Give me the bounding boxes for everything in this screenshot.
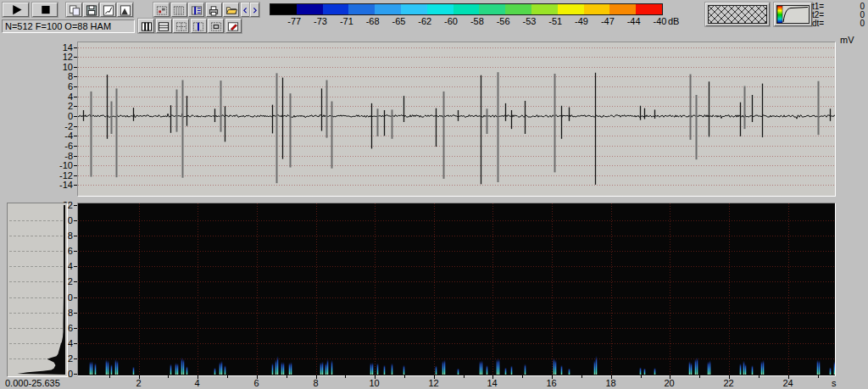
time-axis-tick-label: 22	[723, 378, 733, 388]
save-icon[interactable]	[83, 3, 99, 17]
prev-arrow-icon[interactable]	[241, 3, 250, 17]
time-axis-tick	[699, 375, 700, 378]
waveform-y-tick-label: -14	[59, 180, 73, 190]
zoom-region-icon	[209, 20, 223, 32]
waveform-y-tick-label: -6	[64, 141, 73, 151]
cursor-readout-label: dt=	[812, 19, 824, 28]
waveform-unit-label: mV	[840, 35, 854, 45]
waveform-y-tick-label: 4	[68, 92, 73, 102]
time-axis-tick-label: 10	[369, 378, 379, 388]
curve-window-icon[interactable]	[100, 3, 116, 17]
next-arrow-icon[interactable]	[250, 3, 259, 17]
prev-arrow-icon	[242, 4, 249, 16]
colorbar-segment	[558, 4, 584, 14]
time-axis-tick	[227, 375, 228, 378]
edit-icon	[226, 20, 240, 32]
time-axis-tick	[818, 375, 819, 378]
waveform-y-tick-label: 0	[68, 111, 73, 121]
waveform-y-tick-label: -8	[64, 151, 73, 161]
colorbar-tick-label: -68	[366, 16, 380, 26]
toolbar: dB -77-73-71-68-65-62-60-58-56-53-51-49-…	[0, 0, 868, 38]
print-icon	[207, 4, 220, 16]
transfer-curve-button[interactable]	[774, 3, 812, 26]
waveform-y-tick-label: 10	[63, 62, 73, 72]
spectrogram-y-tick-label: 4	[68, 338, 73, 348]
cursor-line-icon[interactable]	[191, 19, 207, 33]
spectrogram-canvas[interactable]	[78, 203, 835, 375]
vertical-grid-icon[interactable]	[138, 19, 154, 33]
frame-settings-icon[interactable]	[153, 3, 170, 17]
spectrogram-y-tick-label: 6	[68, 323, 73, 333]
time-axis-tick	[581, 375, 582, 378]
time-axis-tick	[759, 375, 760, 378]
frame-settings-icon	[155, 4, 169, 16]
colorbar-tick-label: -73	[314, 16, 327, 26]
colorbar-segment	[531, 4, 558, 14]
cursor-readout: t1=0t2=0dt=0	[812, 3, 865, 28]
time-axis-tick	[168, 375, 169, 378]
colorbar-tick-label: -47	[601, 16, 615, 26]
spectrogram-plot	[77, 203, 836, 376]
spectrogram-y-tick-label: 2	[68, 353, 73, 364]
zoom-region-icon[interactable]	[208, 19, 224, 33]
spectrum-window-icon[interactable]	[117, 3, 133, 17]
dashed-cross-icon	[175, 20, 188, 32]
horizontal-grid-icon[interactable]	[156, 19, 172, 33]
stop-button	[38, 4, 52, 16]
hatch-pattern-button[interactable]	[705, 3, 770, 26]
time-axis-tick	[464, 375, 465, 378]
cursor-line-icon	[192, 20, 205, 32]
time-axis-tick-label: 14	[487, 378, 497, 388]
time-axis-tick	[641, 375, 642, 378]
spectrogram-y-tick-label: 0	[68, 369, 73, 379]
copy-icon[interactable]	[66, 3, 82, 17]
waveform-plot	[77, 42, 836, 197]
colorbar-segment	[270, 4, 297, 14]
spectrum-histogram-canvas[interactable]	[8, 203, 67, 376]
colorbar-segment	[636, 4, 662, 14]
cursor-readout-row: dt=0	[812, 19, 865, 28]
waveform-y-tick-label: 12	[63, 52, 73, 62]
analysis-bands-icon	[190, 4, 203, 16]
colorbar-tick-label: -40	[654, 16, 667, 26]
colorbar-segment	[479, 4, 505, 14]
waveform-canvas[interactable]	[78, 42, 835, 196]
colorbar-tick-label: -62	[418, 16, 431, 26]
dashed-cross-icon[interactable]	[173, 19, 189, 33]
waveform-y-tick-label: 2	[68, 101, 73, 111]
waveform-y-tick-label: -10	[59, 160, 73, 170]
stop-button[interactable]	[32, 3, 58, 17]
colorbar-tick-label: -53	[523, 16, 537, 26]
hatch-pattern-icon	[708, 5, 767, 24]
time-axis-tick-label: 6	[253, 378, 259, 388]
fft-grid-icon	[172, 4, 186, 16]
colorbar-segment	[297, 4, 323, 14]
spectrogram-y-tick-label: 8	[68, 308, 73, 318]
colorbar-tick-label: -60	[444, 16, 458, 26]
time-axis-unit: s	[832, 378, 837, 388]
colorbar-tick-label: -44	[627, 16, 641, 26]
colorbar-tick-label: -65	[392, 16, 406, 26]
print-icon[interactable]	[206, 3, 222, 17]
time-axis-tick	[522, 375, 523, 378]
colorbar-segment	[375, 4, 401, 14]
time-axis-tick	[109, 375, 110, 378]
time-axis-tick	[404, 375, 405, 378]
analysis-bands-icon[interactable]	[188, 3, 204, 17]
histogram-range-label: 0.000-25.635	[5, 378, 60, 388]
copy-icon	[68, 4, 81, 16]
time-axis-tick-label: 18	[605, 378, 615, 388]
time-axis-tick-label: 12	[428, 378, 438, 388]
colorbar-segment	[401, 4, 427, 14]
colorbar-segment	[323, 4, 349, 14]
save-icon	[85, 4, 98, 16]
colorbar-segment	[348, 4, 375, 14]
colorbar-tick-label: -49	[575, 16, 588, 26]
edit-icon[interactable]	[225, 19, 242, 33]
play-button[interactable]	[3, 3, 29, 17]
fft-grid-icon[interactable]	[171, 3, 187, 17]
open-folder-icon[interactable]	[223, 3, 239, 17]
colorbar-tick-label: -56	[497, 16, 510, 26]
time-axis-tick-label: 20	[664, 378, 674, 388]
time-axis-tick-label: 8	[313, 378, 318, 388]
